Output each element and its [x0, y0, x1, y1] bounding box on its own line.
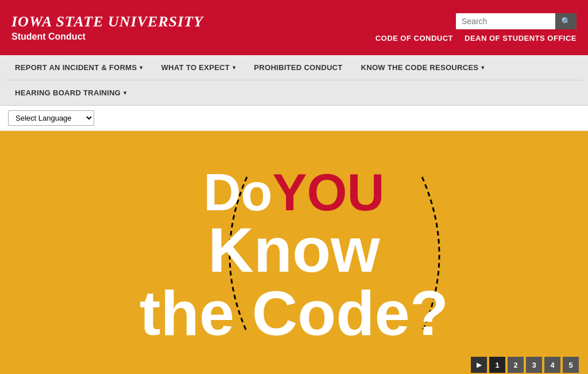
- nav-label-what-to-expect: WHAT TO EXPECT: [161, 63, 230, 72]
- department-name: Student Conduct: [11, 32, 203, 42]
- caret-hearing-icon: ▾: [123, 90, 126, 96]
- slideshow-play-button[interactable]: ▶: [471, 357, 487, 373]
- search-bar: 🔍: [456, 13, 577, 29]
- caret-know-icon: ▾: [481, 64, 484, 71]
- branding: Iowa State University Student Conduct: [11, 13, 203, 42]
- hero-do-text: Do: [203, 164, 272, 221]
- site-header: Iowa State University Student Conduct 🔍 …: [0, 0, 588, 55]
- nav-label-hearing-board: HEARING BOARD TRAINING: [15, 88, 121, 97]
- hero-slideshow: DoYOU Know the Code? ▶ 1 2 3 4 5: [0, 131, 588, 374]
- nav-row-1: REPORT AN INCIDENT & FORMS ▾ WHAT TO EXP…: [6, 55, 582, 80]
- nav-item-what-to-expect[interactable]: WHAT TO EXPECT ▾: [152, 55, 245, 80]
- hero-line2: Know: [140, 218, 448, 282]
- nav-row-2: HEARING BOARD TRAINING ▾: [6, 80, 582, 105]
- language-bar: Select Language English Spanish Chinese …: [0, 106, 588, 131]
- nav-item-prohibited-conduct[interactable]: PROHIBITED CONDUCT: [245, 55, 351, 80]
- language-select[interactable]: Select Language English Spanish Chinese …: [8, 110, 94, 126]
- search-button[interactable]: 🔍: [555, 13, 577, 29]
- slide-dot-4[interactable]: 4: [544, 357, 560, 373]
- nav-item-report[interactable]: REPORT AN INCIDENT & FORMS ▾: [6, 55, 152, 80]
- slide-dot-5[interactable]: 5: [563, 357, 579, 373]
- slide-dot-3[interactable]: 3: [526, 357, 542, 373]
- caret-what-icon: ▾: [233, 64, 235, 71]
- hero-line1: DoYOU: [140, 167, 448, 218]
- university-name: Iowa State University: [11, 13, 203, 30]
- code-of-conduct-link[interactable]: CODE OF CONDUCT: [376, 34, 453, 43]
- nav-label-prohibited: PROHIBITED CONDUCT: [254, 63, 342, 72]
- slide-dot-2[interactable]: 2: [508, 357, 524, 373]
- nav-item-hearing-board[interactable]: HEARING BOARD TRAINING ▾: [6, 80, 136, 105]
- dean-of-students-link[interactable]: DEAN OF STUDENTS OFFICE: [465, 34, 577, 43]
- header-right: 🔍 CODE OF CONDUCT DEAN OF STUDENTS OFFIC…: [376, 13, 577, 43]
- hero-you-text: YOU: [272, 164, 384, 221]
- nav-label-know-the-code: KNOW THE CODE RESOURCES: [361, 63, 479, 72]
- hero-text: DoYOU Know the Code?: [140, 167, 448, 345]
- navigation: REPORT AN INCIDENT & FORMS ▾ WHAT TO EXP…: [0, 55, 588, 106]
- nav-label-report: REPORT AN INCIDENT & FORMS: [15, 63, 137, 72]
- slide-controls: ▶ 1 2 3 4 5: [471, 357, 579, 373]
- nav-item-know-the-code[interactable]: KNOW THE CODE RESOURCES ▾: [352, 55, 494, 80]
- hero-line3: the Code?: [140, 282, 448, 345]
- slide-dot-1[interactable]: 1: [489, 357, 505, 373]
- header-links: CODE OF CONDUCT DEAN OF STUDENTS OFFICE: [376, 34, 577, 43]
- caret-report-icon: ▾: [140, 64, 142, 71]
- search-input[interactable]: [456, 13, 555, 29]
